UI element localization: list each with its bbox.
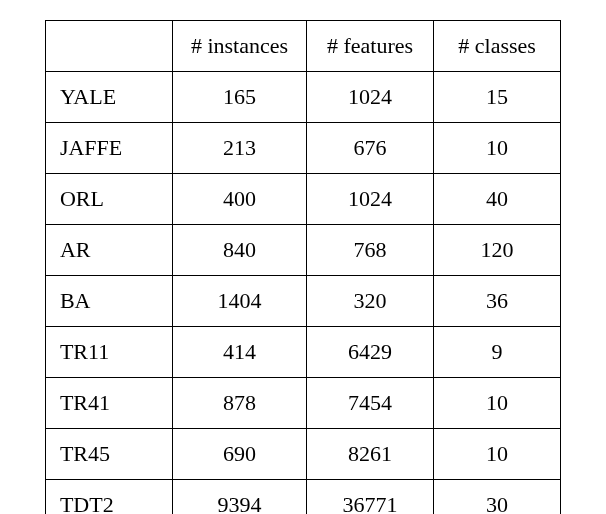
header-classes: # classes <box>434 21 561 72</box>
cell-classes: 10 <box>434 123 561 174</box>
cell-features: 676 <box>307 123 434 174</box>
row-label: AR <box>45 225 172 276</box>
row-label: JAFFE <box>45 123 172 174</box>
table-row: AR 840 768 120 <box>45 225 560 276</box>
table-row: JAFFE 213 676 10 <box>45 123 560 174</box>
cell-instances: 690 <box>172 429 306 480</box>
cell-instances: 878 <box>172 378 306 429</box>
table-row: ORL 400 1024 40 <box>45 174 560 225</box>
cell-features: 320 <box>307 276 434 327</box>
cell-classes: 30 <box>434 480 561 515</box>
cell-classes: 10 <box>434 378 561 429</box>
cell-classes: 15 <box>434 72 561 123</box>
row-label: YALE <box>45 72 172 123</box>
header-empty <box>45 21 172 72</box>
cell-features: 6429 <box>307 327 434 378</box>
cell-classes: 10 <box>434 429 561 480</box>
table-row: TR45 690 8261 10 <box>45 429 560 480</box>
row-label: ORL <box>45 174 172 225</box>
cell-classes: 36 <box>434 276 561 327</box>
row-label: TR45 <box>45 429 172 480</box>
cell-instances: 165 <box>172 72 306 123</box>
row-label: BA <box>45 276 172 327</box>
table-row: TR11 414 6429 9 <box>45 327 560 378</box>
cell-classes: 40 <box>434 174 561 225</box>
table-row: TDT2 9394 36771 30 <box>45 480 560 515</box>
table-row: TR41 878 7454 10 <box>45 378 560 429</box>
cell-features: 768 <box>307 225 434 276</box>
header-instances: # instances <box>172 21 306 72</box>
row-label: TDT2 <box>45 480 172 515</box>
cell-classes: 9 <box>434 327 561 378</box>
cell-features: 7454 <box>307 378 434 429</box>
cell-classes: 120 <box>434 225 561 276</box>
header-row: # instances # features # classes <box>45 21 560 72</box>
cell-instances: 213 <box>172 123 306 174</box>
cell-instances: 9394 <box>172 480 306 515</box>
table-row: BA 1404 320 36 <box>45 276 560 327</box>
data-table: # instances # features # classes YALE 16… <box>45 20 561 514</box>
cell-features: 1024 <box>307 174 434 225</box>
cell-instances: 840 <box>172 225 306 276</box>
row-label: TR41 <box>45 378 172 429</box>
header-features: # features <box>307 21 434 72</box>
cell-instances: 1404 <box>172 276 306 327</box>
cell-features: 36771 <box>307 480 434 515</box>
cell-instances: 400 <box>172 174 306 225</box>
cell-features: 1024 <box>307 72 434 123</box>
row-label: TR11 <box>45 327 172 378</box>
cell-features: 8261 <box>307 429 434 480</box>
table-row: YALE 165 1024 15 <box>45 72 560 123</box>
cell-instances: 414 <box>172 327 306 378</box>
